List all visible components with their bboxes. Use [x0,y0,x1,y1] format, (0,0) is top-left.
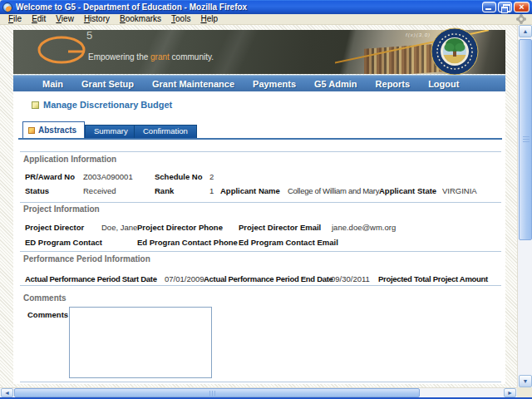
rank-label: Rank [155,186,209,195]
tagline-highlight: grant [150,52,170,62]
ed-program-contact-email-label: Ed Program Contact Email [239,238,332,247]
applicant-state-label: Applicant State [379,186,442,195]
menu-file[interactable]: File [3,14,27,24]
budget-bullet-icon [32,101,39,109]
nav-logout[interactable]: Logout [419,79,468,89]
projected-total-label: Projected Total Project Amount [378,274,488,283]
project-row-2: ED Program Contact Ed Progran Contact Ph… [25,238,505,247]
tab-abstracts[interactable]: Abstracts [22,121,85,138]
window-titlebar[interactable]: Welcome to G5 - Department of Education … [0,0,532,14]
actual-end-date-value: 09/30/2011 [331,274,378,283]
project-director-phone-label: Project Director Phone [137,223,239,232]
close-button[interactable] [514,2,530,12]
divider [20,285,501,286]
g5-logo-number: 5 [86,29,92,42]
main-nav-bar: Main Grant Setup Grant Maintenance Payme… [13,75,505,91]
gear-throbber-icon [518,16,525,22]
tagline-suffix: community. [170,52,214,62]
applicant-name-value: College of William and Mary [288,186,379,195]
horizontal-scrollbar[interactable] [0,387,517,397]
applicant-state-value: VIRGINIA [442,186,477,195]
window-controls [482,2,530,12]
g5-banner: f(x)(3,0) 5 Empowering the grant communi… [13,30,505,74]
nav-payments[interactable]: Payments [244,79,305,89]
nav-main[interactable]: Main [33,79,72,89]
nav-grant-maintenance[interactable]: Grant Maintenance [143,79,244,89]
firefox-window: { "window": { "title": "Welcome to G5 - … [0,0,532,399]
scroll-right-icon[interactable] [504,388,516,397]
performance-period-header: Performance Period Information [23,254,150,264]
schedule-no-label: Schedule No [155,172,209,181]
comments-textarea[interactable] [69,307,212,378]
abstracts-tab-icon [28,127,35,134]
ed-program-contact-label: ED Program Contact [25,238,101,247]
menu-tools[interactable]: Tools [166,14,195,24]
scroll-down-icon[interactable] [519,375,532,387]
nav-reports[interactable]: Reports [367,79,420,89]
scroll-up-icon[interactable] [519,25,532,37]
banner-tagline: Empowering the grant community. [88,52,214,62]
menu-view[interactable]: View [51,14,79,24]
nav-g5-admin[interactable]: G5 Admin [305,79,367,89]
rank-value: 1 [209,186,220,195]
pr-award-no-label: PR/Award No [25,172,83,181]
tab-summary[interactable]: Summary [85,125,137,138]
project-director-value: Doe, Jane [101,223,137,232]
divider [20,202,501,203]
tagline-prefix: Empowering the [88,52,150,62]
project-director-label: Project Director [25,223,101,232]
scroll-left-icon[interactable] [1,388,13,397]
tab-confirmation[interactable]: Confirmation [134,125,197,138]
maximize-button[interactable] [498,2,512,12]
performance-row: Actual Performance Period Start Date 07/… [25,274,505,283]
tab-abstracts-label: Abstracts [38,126,76,135]
menu-bar: File Edit View History Bookmarks Tools H… [0,14,532,25]
status-label: Status [25,186,83,195]
divider [20,251,501,252]
ed-program-contact-value [101,238,137,247]
g5-logo-icon [37,34,90,64]
pr-award-no-value: Z003A090001 [83,172,155,181]
scrollbar-corner [517,387,532,397]
actual-start-date-label: Actual Performance Period Start Date [25,274,165,283]
page-title: Manage Discretionary Budget [43,100,172,110]
nav-grant-setup[interactable]: Grant Setup [72,79,143,89]
tab-underline [18,138,502,140]
menu-help[interactable]: Help [195,14,223,24]
menu-edit[interactable]: Edit [27,14,51,24]
window-title: Welcome to G5 - Department of Education … [16,2,482,12]
actual-start-date-value: 07/01/2009 [165,274,204,283]
project-director-email-label: Project Director Email [239,223,332,232]
divider [20,382,501,382]
project-row-1: Project Director Doe, Jane Project Direc… [25,223,505,232]
application-row-1: PR/Award No Z003A090001 Schedule No 2 [25,172,505,181]
applicant-name-label: Applicant Name [220,186,288,195]
minimize-button[interactable] [482,2,496,12]
actual-end-date-label: Actual Performance Period End Date [204,274,331,283]
project-director-email-value: jane.doe@wm.org [332,223,396,232]
divider [20,151,501,152]
comments-section-header: Comments [23,293,66,303]
project-information-header: Project Information [23,204,100,214]
menu-bookmarks[interactable]: Bookmarks [115,14,166,24]
ed-program-contact-phone-label: Ed Progran Contact Phone [137,238,239,247]
application-row-2: Status Received Rank 1 Applicant Name Co… [25,186,505,195]
vertical-scroll-thumb[interactable] [519,39,532,240]
menu-history[interactable]: History [79,14,115,24]
firefox-icon [2,2,12,12]
status-value: Received [83,186,155,195]
application-information-header: Application Information [23,155,116,164]
page-heading-row: Manage Discretionary Budget [32,100,172,110]
department-of-education-seal [431,27,479,76]
horizontal-scroll-thumb[interactable] [14,388,420,397]
comments-field-label: Comments [27,310,68,319]
schedule-no-value: 2 [209,172,214,181]
content-area: Manage Discretionary Budget Abstracts Su… [13,91,505,384]
vertical-scrollbar[interactable] [517,25,532,387]
